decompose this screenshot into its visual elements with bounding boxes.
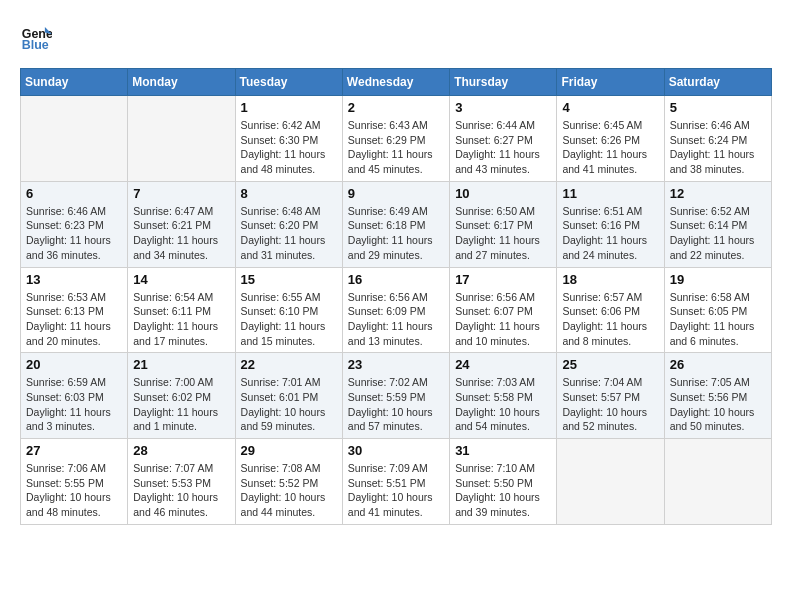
day-number: 31 <box>455 443 551 458</box>
day-number: 29 <box>241 443 337 458</box>
day-number: 28 <box>133 443 229 458</box>
day-number: 10 <box>455 186 551 201</box>
day-number: 6 <box>26 186 122 201</box>
calendar-cell: 21Sunrise: 7:00 AMSunset: 6:02 PMDayligh… <box>128 353 235 439</box>
day-info: Sunrise: 7:09 AMSunset: 5:51 PMDaylight:… <box>348 461 444 520</box>
calendar-cell: 4Sunrise: 6:45 AMSunset: 6:26 PMDaylight… <box>557 96 664 182</box>
day-info: Sunrise: 6:58 AMSunset: 6:05 PMDaylight:… <box>670 290 766 349</box>
calendar-cell: 25Sunrise: 7:04 AMSunset: 5:57 PMDayligh… <box>557 353 664 439</box>
day-info: Sunrise: 6:56 AMSunset: 6:07 PMDaylight:… <box>455 290 551 349</box>
day-info: Sunrise: 6:55 AMSunset: 6:10 PMDaylight:… <box>241 290 337 349</box>
day-info: Sunrise: 6:42 AMSunset: 6:30 PMDaylight:… <box>241 118 337 177</box>
svg-text:Blue: Blue <box>22 38 49 52</box>
day-info: Sunrise: 7:06 AMSunset: 5:55 PMDaylight:… <box>26 461 122 520</box>
day-info: Sunrise: 6:47 AMSunset: 6:21 PMDaylight:… <box>133 204 229 263</box>
calendar-cell <box>664 439 771 525</box>
calendar-cell: 26Sunrise: 7:05 AMSunset: 5:56 PMDayligh… <box>664 353 771 439</box>
day-number: 20 <box>26 357 122 372</box>
day-number: 18 <box>562 272 658 287</box>
calendar-cell: 7Sunrise: 6:47 AMSunset: 6:21 PMDaylight… <box>128 181 235 267</box>
calendar-cell: 3Sunrise: 6:44 AMSunset: 6:27 PMDaylight… <box>450 96 557 182</box>
calendar-cell: 29Sunrise: 7:08 AMSunset: 5:52 PMDayligh… <box>235 439 342 525</box>
day-info: Sunrise: 7:04 AMSunset: 5:57 PMDaylight:… <box>562 375 658 434</box>
day-number: 11 <box>562 186 658 201</box>
day-number: 8 <box>241 186 337 201</box>
day-info: Sunrise: 6:45 AMSunset: 6:26 PMDaylight:… <box>562 118 658 177</box>
calendar-cell: 13Sunrise: 6:53 AMSunset: 6:13 PMDayligh… <box>21 267 128 353</box>
day-info: Sunrise: 6:56 AMSunset: 6:09 PMDaylight:… <box>348 290 444 349</box>
calendar-cell: 15Sunrise: 6:55 AMSunset: 6:10 PMDayligh… <box>235 267 342 353</box>
day-number: 13 <box>26 272 122 287</box>
calendar-cell: 28Sunrise: 7:07 AMSunset: 5:53 PMDayligh… <box>128 439 235 525</box>
day-number: 16 <box>348 272 444 287</box>
day-number: 7 <box>133 186 229 201</box>
day-number: 17 <box>455 272 551 287</box>
calendar-cell <box>21 96 128 182</box>
calendar-cell: 9Sunrise: 6:49 AMSunset: 6:18 PMDaylight… <box>342 181 449 267</box>
day-info: Sunrise: 6:59 AMSunset: 6:03 PMDaylight:… <box>26 375 122 434</box>
day-number: 12 <box>670 186 766 201</box>
day-info: Sunrise: 7:00 AMSunset: 6:02 PMDaylight:… <box>133 375 229 434</box>
day-number: 1 <box>241 100 337 115</box>
weekday-header-saturday: Saturday <box>664 69 771 96</box>
day-info: Sunrise: 6:52 AMSunset: 6:14 PMDaylight:… <box>670 204 766 263</box>
calendar-cell: 2Sunrise: 6:43 AMSunset: 6:29 PMDaylight… <box>342 96 449 182</box>
day-info: Sunrise: 7:10 AMSunset: 5:50 PMDaylight:… <box>455 461 551 520</box>
logo-icon: General Blue <box>20 20 52 52</box>
calendar-cell: 17Sunrise: 6:56 AMSunset: 6:07 PMDayligh… <box>450 267 557 353</box>
day-number: 4 <box>562 100 658 115</box>
day-info: Sunrise: 6:43 AMSunset: 6:29 PMDaylight:… <box>348 118 444 177</box>
calendar-cell: 1Sunrise: 6:42 AMSunset: 6:30 PMDaylight… <box>235 96 342 182</box>
calendar-cell: 16Sunrise: 6:56 AMSunset: 6:09 PMDayligh… <box>342 267 449 353</box>
calendar-cell: 12Sunrise: 6:52 AMSunset: 6:14 PMDayligh… <box>664 181 771 267</box>
day-info: Sunrise: 7:03 AMSunset: 5:58 PMDaylight:… <box>455 375 551 434</box>
calendar-cell: 19Sunrise: 6:58 AMSunset: 6:05 PMDayligh… <box>664 267 771 353</box>
calendar-cell <box>557 439 664 525</box>
day-number: 30 <box>348 443 444 458</box>
calendar-cell: 6Sunrise: 6:46 AMSunset: 6:23 PMDaylight… <box>21 181 128 267</box>
day-number: 19 <box>670 272 766 287</box>
calendar-cell: 10Sunrise: 6:50 AMSunset: 6:17 PMDayligh… <box>450 181 557 267</box>
day-info: Sunrise: 7:08 AMSunset: 5:52 PMDaylight:… <box>241 461 337 520</box>
day-info: Sunrise: 7:01 AMSunset: 6:01 PMDaylight:… <box>241 375 337 434</box>
day-number: 22 <box>241 357 337 372</box>
day-number: 25 <box>562 357 658 372</box>
day-info: Sunrise: 6:49 AMSunset: 6:18 PMDaylight:… <box>348 204 444 263</box>
calendar-cell <box>128 96 235 182</box>
day-number: 2 <box>348 100 444 115</box>
day-number: 23 <box>348 357 444 372</box>
calendar-cell: 24Sunrise: 7:03 AMSunset: 5:58 PMDayligh… <box>450 353 557 439</box>
calendar-cell: 8Sunrise: 6:48 AMSunset: 6:20 PMDaylight… <box>235 181 342 267</box>
calendar-cell: 11Sunrise: 6:51 AMSunset: 6:16 PMDayligh… <box>557 181 664 267</box>
day-number: 15 <box>241 272 337 287</box>
weekday-header-tuesday: Tuesday <box>235 69 342 96</box>
calendar-cell: 20Sunrise: 6:59 AMSunset: 6:03 PMDayligh… <box>21 353 128 439</box>
day-number: 21 <box>133 357 229 372</box>
calendar-cell: 5Sunrise: 6:46 AMSunset: 6:24 PMDaylight… <box>664 96 771 182</box>
day-info: Sunrise: 7:05 AMSunset: 5:56 PMDaylight:… <box>670 375 766 434</box>
day-info: Sunrise: 6:44 AMSunset: 6:27 PMDaylight:… <box>455 118 551 177</box>
logo: General Blue <box>20 20 56 52</box>
day-info: Sunrise: 6:53 AMSunset: 6:13 PMDaylight:… <box>26 290 122 349</box>
day-number: 27 <box>26 443 122 458</box>
weekday-header-sunday: Sunday <box>21 69 128 96</box>
day-number: 5 <box>670 100 766 115</box>
day-number: 3 <box>455 100 551 115</box>
calendar-cell: 23Sunrise: 7:02 AMSunset: 5:59 PMDayligh… <box>342 353 449 439</box>
weekday-header-thursday: Thursday <box>450 69 557 96</box>
day-number: 9 <box>348 186 444 201</box>
weekday-header-friday: Friday <box>557 69 664 96</box>
calendar-cell: 27Sunrise: 7:06 AMSunset: 5:55 PMDayligh… <box>21 439 128 525</box>
calendar-cell: 22Sunrise: 7:01 AMSunset: 6:01 PMDayligh… <box>235 353 342 439</box>
day-info: Sunrise: 6:48 AMSunset: 6:20 PMDaylight:… <box>241 204 337 263</box>
day-number: 14 <box>133 272 229 287</box>
calendar-cell: 14Sunrise: 6:54 AMSunset: 6:11 PMDayligh… <box>128 267 235 353</box>
day-info: Sunrise: 6:54 AMSunset: 6:11 PMDaylight:… <box>133 290 229 349</box>
weekday-header-monday: Monday <box>128 69 235 96</box>
day-info: Sunrise: 7:07 AMSunset: 5:53 PMDaylight:… <box>133 461 229 520</box>
calendar-table: SundayMondayTuesdayWednesdayThursdayFrid… <box>20 68 772 525</box>
day-info: Sunrise: 6:51 AMSunset: 6:16 PMDaylight:… <box>562 204 658 263</box>
day-info: Sunrise: 6:50 AMSunset: 6:17 PMDaylight:… <box>455 204 551 263</box>
calendar-cell: 31Sunrise: 7:10 AMSunset: 5:50 PMDayligh… <box>450 439 557 525</box>
weekday-header-wednesday: Wednesday <box>342 69 449 96</box>
